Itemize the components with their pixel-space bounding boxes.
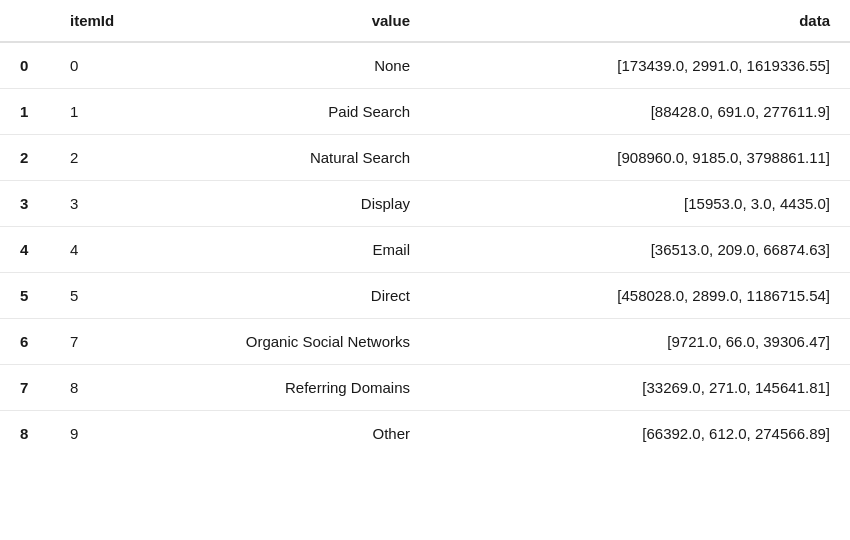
cell-value: Paid Search (170, 89, 430, 135)
cell-value: Natural Search (170, 135, 430, 181)
table-row: 55Direct[458028.0, 2899.0, 1186715.54] (0, 273, 850, 319)
cell-value: Email (170, 227, 430, 273)
cell-value: None (170, 42, 430, 89)
cell-data: [88428.0, 691.0, 277611.9] (430, 89, 850, 135)
cell-itemid: 4 (50, 227, 170, 273)
cell-index: 0 (0, 42, 50, 89)
cell-itemid: 0 (50, 42, 170, 89)
table-header-row: itemId value data (0, 0, 850, 42)
cell-data: [9721.0, 66.0, 39306.47] (430, 319, 850, 365)
cell-index: 6 (0, 319, 50, 365)
cell-value: Display (170, 181, 430, 227)
table-row: 67Organic Social Networks[9721.0, 66.0, … (0, 319, 850, 365)
table-container: itemId value data 00None[173439.0, 2991.… (0, 0, 850, 456)
cell-data: [173439.0, 2991.0, 1619336.55] (430, 42, 850, 89)
cell-data: [908960.0, 9185.0, 3798861.11] (430, 135, 850, 181)
table-row: 33Display[15953.0, 3.0, 4435.0] (0, 181, 850, 227)
cell-itemid: 5 (50, 273, 170, 319)
cell-itemid: 2 (50, 135, 170, 181)
table-row: 22Natural Search[908960.0, 9185.0, 37988… (0, 135, 850, 181)
cell-index: 8 (0, 411, 50, 457)
table-row: 11Paid Search[88428.0, 691.0, 277611.9] (0, 89, 850, 135)
cell-value: Referring Domains (170, 365, 430, 411)
col-header-index (0, 0, 50, 42)
cell-value: Direct (170, 273, 430, 319)
cell-itemid: 3 (50, 181, 170, 227)
cell-data: [33269.0, 271.0, 145641.81] (430, 365, 850, 411)
cell-data: [36513.0, 209.0, 66874.63] (430, 227, 850, 273)
table-row: 89Other[66392.0, 612.0, 274566.89] (0, 411, 850, 457)
col-header-data: data (430, 0, 850, 42)
table-row: 00None[173439.0, 2991.0, 1619336.55] (0, 42, 850, 89)
cell-data: [458028.0, 2899.0, 1186715.54] (430, 273, 850, 319)
table-row: 78Referring Domains[33269.0, 271.0, 1456… (0, 365, 850, 411)
cell-value: Other (170, 411, 430, 457)
col-header-itemid: itemId (50, 0, 170, 42)
data-table: itemId value data 00None[173439.0, 2991.… (0, 0, 850, 456)
cell-data: [66392.0, 612.0, 274566.89] (430, 411, 850, 457)
cell-data: [15953.0, 3.0, 4435.0] (430, 181, 850, 227)
cell-itemid: 1 (50, 89, 170, 135)
cell-index: 4 (0, 227, 50, 273)
cell-index: 2 (0, 135, 50, 181)
cell-itemid: 9 (50, 411, 170, 457)
cell-index: 5 (0, 273, 50, 319)
cell-index: 1 (0, 89, 50, 135)
cell-index: 7 (0, 365, 50, 411)
cell-itemid: 8 (50, 365, 170, 411)
cell-value: Organic Social Networks (170, 319, 430, 365)
cell-itemid: 7 (50, 319, 170, 365)
col-header-value: value (170, 0, 430, 42)
table-row: 44Email[36513.0, 209.0, 66874.63] (0, 227, 850, 273)
cell-index: 3 (0, 181, 50, 227)
